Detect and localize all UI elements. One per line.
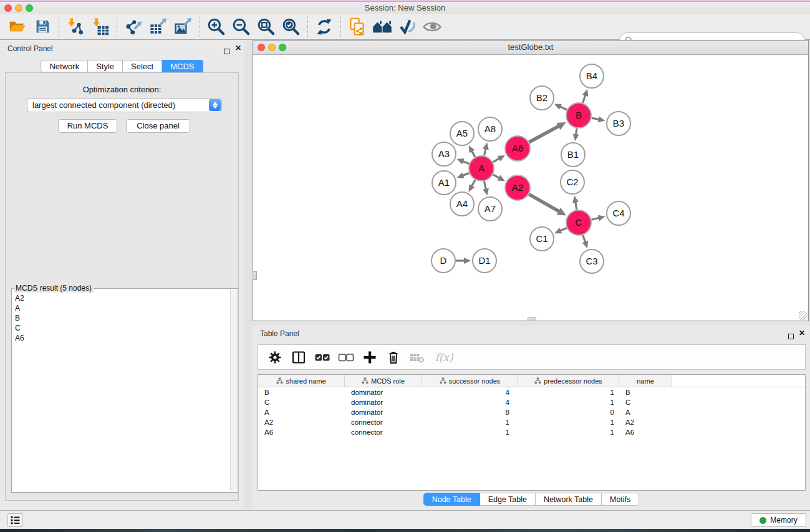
table-cell[interactable]: 1 [518, 427, 619, 437]
table-cell[interactable]: 1 [518, 417, 619, 427]
table-row[interactable]: A6connector11A6 [258, 427, 805, 437]
table-cell[interactable]: C [258, 397, 345, 407]
table-cell[interactable]: B [258, 387, 345, 397]
graph-edge-A2-C[interactable] [529, 194, 562, 213]
task-history-button[interactable] [7, 513, 23, 527]
column-header-successor-nodes[interactable]: successor nodes [422, 375, 518, 387]
add-column-icon[interactable] [359, 347, 380, 368]
table-row[interactable]: A2connector11A2 [258, 417, 805, 427]
node-table: shared nameMCDS rolesuccessor nodesprede… [258, 374, 806, 491]
export-network-icon[interactable] [121, 15, 146, 39]
table-cell[interactable]: A [619, 407, 672, 417]
table-cell[interactable]: 4 [422, 397, 518, 407]
close-window-button[interactable] [4, 4, 12, 12]
column-header-name[interactable]: name [619, 375, 672, 387]
mcds-result-scrollbar[interactable] [230, 289, 237, 491]
table-cell[interactable]: A2 [258, 417, 345, 427]
graph-edge-A6-B[interactable] [529, 125, 561, 142]
tab-style[interactable]: Style [88, 60, 123, 72]
table-cell[interactable]: dominator [345, 407, 422, 417]
mcds-result-item[interactable]: A [15, 303, 230, 313]
tab-select[interactable]: Select [123, 60, 162, 72]
table-cell[interactable]: 0 [518, 407, 619, 417]
table-row[interactable]: Cdominator41C [258, 397, 805, 407]
network-close-button[interactable] [258, 44, 265, 51]
table-cell[interactable]: dominator [345, 397, 422, 407]
apply-style-icon[interactable] [395, 15, 420, 39]
table-cell[interactable]: 8 [422, 407, 518, 417]
close-panel-button[interactable]: Close panel [126, 119, 190, 133]
save-session-icon[interactable] [30, 15, 55, 39]
table-cell[interactable]: 1 [422, 417, 518, 427]
open-file-icon[interactable] [5, 15, 30, 39]
zoom-selected-icon[interactable] [279, 15, 304, 39]
tab-node-table[interactable]: Node Table [423, 493, 480, 506]
panel-bottom-handle[interactable] [528, 317, 536, 321]
zoom-window-button[interactable] [26, 4, 33, 12]
table-cell[interactable]: A6 [258, 427, 345, 437]
tab-motifs[interactable]: Motifs [602, 493, 639, 506]
table-row[interactable]: Bdominator41B [258, 387, 805, 397]
show-graphics-details-icon[interactable] [420, 15, 445, 39]
column-header-MCDS-role[interactable]: MCDS role [345, 375, 422, 387]
import-network-icon[interactable] [63, 15, 88, 39]
zoom-fit-content-icon[interactable] [254, 15, 279, 39]
graph-edge-arrowhead [464, 258, 471, 264]
column-header-predecessor-nodes[interactable]: predecessor nodes [518, 375, 619, 387]
reset-view-icon[interactable] [370, 15, 395, 39]
delete-columns-icon[interactable] [383, 347, 404, 368]
function-builder-icon[interactable]: f(x) [430, 347, 458, 368]
table-cell[interactable]: 1 [518, 387, 619, 397]
graph-node-label: B1 [567, 149, 579, 160]
refresh-view-icon[interactable] [312, 15, 337, 39]
table-cell[interactable]: A2 [619, 417, 672, 427]
minimize-window-button[interactable] [15, 4, 22, 12]
mcds-result-item[interactable]: A6 [15, 333, 230, 343]
table-cell[interactable]: connector [345, 417, 422, 427]
zoom-out-icon[interactable] [229, 15, 254, 39]
import-table-icon[interactable] [88, 15, 113, 39]
float-panel-icon[interactable] [224, 46, 229, 57]
deselect-all-columns-icon[interactable] [335, 347, 357, 368]
close-table-panel-icon[interactable]: ✕ [799, 330, 805, 337]
table-cell[interactable]: 1 [518, 397, 619, 407]
network-minimize-button[interactable] [268, 44, 276, 51]
table-cell[interactable]: 4 [422, 387, 518, 397]
mcds-result-item[interactable]: A2 [15, 293, 230, 303]
table-settings-icon[interactable] [264, 347, 286, 368]
resize-grip[interactable] [799, 311, 808, 320]
export-image-icon[interactable] [171, 15, 196, 39]
criterion-dropdown[interactable]: largest connected component (directed) [27, 98, 222, 112]
mcds-result-item[interactable]: B [15, 313, 230, 323]
close-panel-icon[interactable]: ✕ [235, 45, 241, 52]
table-cell[interactable]: A6 [619, 427, 672, 437]
tab-edge-table[interactable]: Edge Table [480, 493, 536, 506]
float-table-panel-icon[interactable] [788, 331, 794, 342]
run-mcds-button[interactable]: Run MCDS [58, 119, 117, 133]
show-columns-icon[interactable] [288, 347, 309, 368]
memory-status-icon [759, 517, 766, 524]
panel-left-handle[interactable] [253, 271, 257, 280]
table-cell[interactable]: C [619, 397, 672, 407]
export-table-icon[interactable] [146, 15, 171, 39]
table-cell[interactable]: A [258, 407, 345, 417]
network-canvas[interactable]: A5A8A3A1A4A7AA6A2BB2B4B3B1CC2C4C1C3DD1 [253, 55, 808, 321]
table-cell[interactable]: connector [345, 427, 422, 437]
control-panel-header: Control Panel ✕ [0, 40, 244, 57]
tab-mcds[interactable]: MCDS [162, 60, 203, 72]
delete-table-icon[interactable] [407, 347, 428, 368]
table-row[interactable]: Adominator80A [258, 407, 805, 417]
graph-node-label: C4 [612, 208, 624, 218]
memory-button[interactable]: Memory [751, 513, 806, 527]
select-all-columns-icon[interactable] [312, 347, 333, 368]
zoom-in-icon[interactable] [204, 15, 229, 39]
clone-network-icon[interactable] [345, 15, 370, 39]
column-header-shared-name[interactable]: shared name [258, 375, 345, 387]
tab-network-table[interactable]: Network Table [536, 493, 602, 506]
tab-network[interactable]: Network [41, 60, 88, 72]
table-cell[interactable]: 1 [422, 427, 518, 437]
network-zoom-button[interactable] [279, 44, 286, 51]
table-cell[interactable]: B [619, 387, 672, 397]
table-cell[interactable]: dominator [345, 387, 422, 397]
mcds-result-item[interactable]: C [15, 323, 230, 333]
